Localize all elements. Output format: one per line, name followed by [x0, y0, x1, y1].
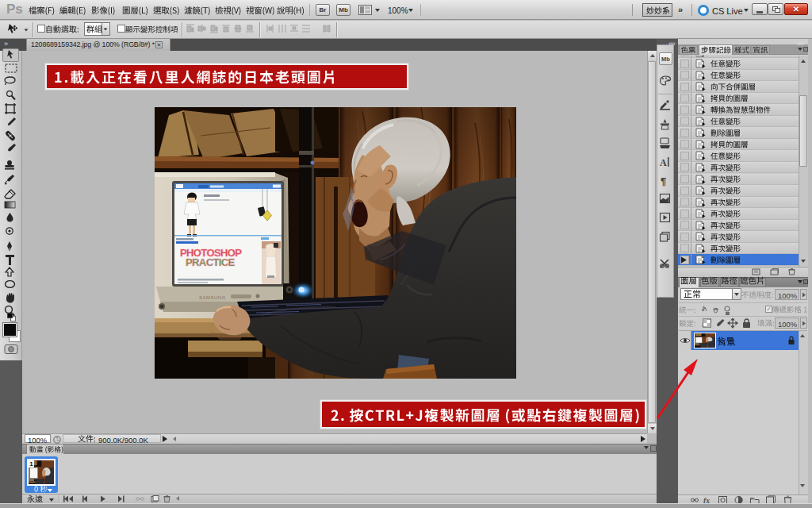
- svg-text:¶: ¶: [661, 175, 666, 187]
- svg-text:SAMSUNG: SAMSUNG: [199, 295, 226, 300]
- svg-text:A: A: [660, 157, 667, 168]
- svg-text:PRACTICE: PRACTICE: [186, 256, 236, 268]
